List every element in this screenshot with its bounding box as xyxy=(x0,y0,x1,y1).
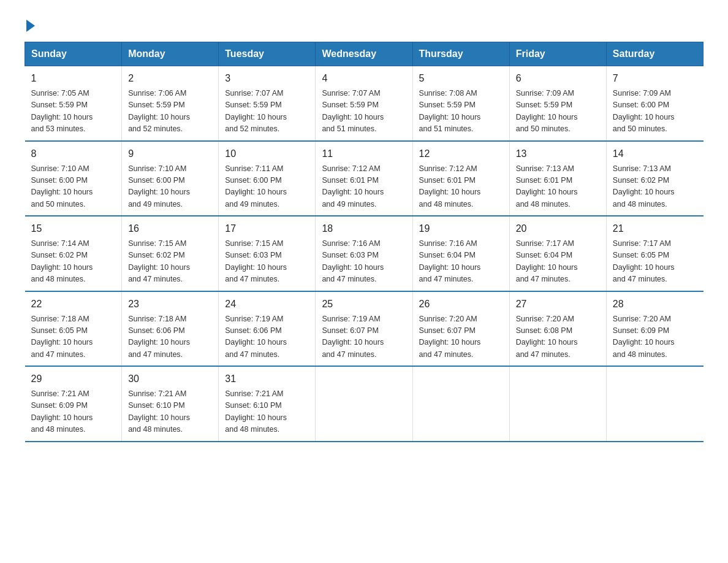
day-number: 16 xyxy=(128,221,212,236)
day-number: 28 xyxy=(613,297,697,312)
day-number: 5 xyxy=(419,71,503,86)
calendar-cell xyxy=(316,366,412,442)
logo-arrow-icon xyxy=(26,20,35,32)
day-number: 22 xyxy=(31,297,116,312)
day-number: 12 xyxy=(419,147,503,161)
page-header xyxy=(25,18,703,29)
calendar-table: SundayMondayTuesdayWednesdayThursdayFrid… xyxy=(25,42,703,442)
week-row-5: 29Sunrise: 7:21 AM Sunset: 6:09 PM Dayli… xyxy=(25,366,703,442)
weekday-header-monday: Monday xyxy=(122,42,219,66)
day-number: 26 xyxy=(419,297,503,312)
day-number: 2 xyxy=(128,71,212,86)
calendar-cell: 23Sunrise: 7:18 AM Sunset: 6:06 PM Dayli… xyxy=(122,291,219,367)
calendar-cell: 11Sunrise: 7:12 AM Sunset: 6:01 PM Dayli… xyxy=(316,141,412,216)
week-row-2: 8Sunrise: 7:10 AM Sunset: 6:00 PM Daylig… xyxy=(25,141,703,216)
weekday-header-sunday: Sunday xyxy=(25,42,122,66)
day-number: 14 xyxy=(613,147,697,161)
calendar-cell: 10Sunrise: 7:11 AM Sunset: 6:00 PM Dayli… xyxy=(219,141,316,216)
weekday-header-wednesday: Wednesday xyxy=(316,42,412,66)
calendar-cell xyxy=(412,366,509,442)
calendar-cell: 12Sunrise: 7:12 AM Sunset: 6:01 PM Dayli… xyxy=(412,141,509,216)
weekday-header-saturday: Saturday xyxy=(606,42,703,66)
weekday-header-thursday: Thursday xyxy=(412,42,509,66)
week-row-1: 1Sunrise: 7:05 AM Sunset: 5:59 PM Daylig… xyxy=(25,66,703,141)
calendar-cell: 19Sunrise: 7:16 AM Sunset: 6:04 PM Dayli… xyxy=(412,216,509,291)
calendar-cell xyxy=(509,366,606,442)
day-number: 15 xyxy=(31,221,116,236)
day-number: 31 xyxy=(225,372,309,386)
day-number: 18 xyxy=(322,221,406,236)
calendar-cell: 28Sunrise: 7:20 AM Sunset: 6:09 PM Dayli… xyxy=(606,291,703,367)
calendar-cell: 2Sunrise: 7:06 AM Sunset: 5:59 PM Daylig… xyxy=(122,66,219,141)
day-number: 1 xyxy=(31,71,116,86)
logo xyxy=(25,18,35,29)
day-number: 11 xyxy=(322,147,406,161)
calendar-cell: 17Sunrise: 7:15 AM Sunset: 6:03 PM Dayli… xyxy=(219,216,316,291)
calendar-cell: 1Sunrise: 7:05 AM Sunset: 5:59 PM Daylig… xyxy=(25,66,122,141)
day-info: Sunrise: 7:07 AM Sunset: 5:59 PM Dayligh… xyxy=(225,88,309,136)
day-number: 27 xyxy=(516,297,600,312)
calendar-cell: 9Sunrise: 7:10 AM Sunset: 6:00 PM Daylig… xyxy=(122,141,219,216)
day-info: Sunrise: 7:18 AM Sunset: 6:06 PM Dayligh… xyxy=(128,313,212,361)
day-info: Sunrise: 7:09 AM Sunset: 6:00 PM Dayligh… xyxy=(613,88,697,136)
day-info: Sunrise: 7:14 AM Sunset: 6:02 PM Dayligh… xyxy=(31,238,116,286)
day-info: Sunrise: 7:21 AM Sunset: 6:10 PM Dayligh… xyxy=(225,388,309,436)
calendar-cell xyxy=(606,366,703,442)
calendar-cell: 31Sunrise: 7:21 AM Sunset: 6:10 PM Dayli… xyxy=(219,366,316,442)
day-number: 30 xyxy=(128,372,212,386)
calendar-cell: 3Sunrise: 7:07 AM Sunset: 5:59 PM Daylig… xyxy=(219,66,316,141)
weekday-header-tuesday: Tuesday xyxy=(219,42,316,66)
day-info: Sunrise: 7:10 AM Sunset: 6:00 PM Dayligh… xyxy=(31,163,116,211)
calendar-cell: 26Sunrise: 7:20 AM Sunset: 6:07 PM Dayli… xyxy=(412,291,509,367)
calendar-cell: 22Sunrise: 7:18 AM Sunset: 6:05 PM Dayli… xyxy=(25,291,122,367)
day-info: Sunrise: 7:12 AM Sunset: 6:01 PM Dayligh… xyxy=(419,163,503,211)
calendar-cell: 18Sunrise: 7:16 AM Sunset: 6:03 PM Dayli… xyxy=(316,216,412,291)
calendar-cell: 27Sunrise: 7:20 AM Sunset: 6:08 PM Dayli… xyxy=(509,291,606,367)
day-number: 3 xyxy=(225,71,309,86)
calendar-cell: 14Sunrise: 7:13 AM Sunset: 6:02 PM Dayli… xyxy=(606,141,703,216)
calendar-cell: 7Sunrise: 7:09 AM Sunset: 6:00 PM Daylig… xyxy=(606,66,703,141)
day-number: 7 xyxy=(613,71,697,86)
weekday-header-row: SundayMondayTuesdayWednesdayThursdayFrid… xyxy=(25,42,703,66)
day-info: Sunrise: 7:20 AM Sunset: 6:08 PM Dayligh… xyxy=(516,313,600,361)
day-info: Sunrise: 7:16 AM Sunset: 6:04 PM Dayligh… xyxy=(419,238,503,286)
calendar-cell: 21Sunrise: 7:17 AM Sunset: 6:05 PM Dayli… xyxy=(606,216,703,291)
day-info: Sunrise: 7:10 AM Sunset: 6:00 PM Dayligh… xyxy=(128,163,212,211)
day-info: Sunrise: 7:21 AM Sunset: 6:09 PM Dayligh… xyxy=(31,388,116,436)
day-info: Sunrise: 7:06 AM Sunset: 5:59 PM Dayligh… xyxy=(128,88,212,136)
day-number: 19 xyxy=(419,221,503,236)
day-info: Sunrise: 7:12 AM Sunset: 6:01 PM Dayligh… xyxy=(322,163,406,211)
day-info: Sunrise: 7:09 AM Sunset: 5:59 PM Dayligh… xyxy=(516,88,600,136)
day-info: Sunrise: 7:15 AM Sunset: 6:02 PM Dayligh… xyxy=(128,238,212,286)
calendar-cell: 8Sunrise: 7:10 AM Sunset: 6:00 PM Daylig… xyxy=(25,141,122,216)
day-info: Sunrise: 7:21 AM Sunset: 6:10 PM Dayligh… xyxy=(128,388,212,436)
day-info: Sunrise: 7:16 AM Sunset: 6:03 PM Dayligh… xyxy=(322,238,406,286)
day-number: 29 xyxy=(31,372,116,386)
day-number: 17 xyxy=(225,221,309,236)
day-info: Sunrise: 7:20 AM Sunset: 6:09 PM Dayligh… xyxy=(613,313,697,361)
calendar-cell: 5Sunrise: 7:08 AM Sunset: 5:59 PM Daylig… xyxy=(412,66,509,141)
calendar-cell: 30Sunrise: 7:21 AM Sunset: 6:10 PM Dayli… xyxy=(122,366,219,442)
calendar-cell: 29Sunrise: 7:21 AM Sunset: 6:09 PM Dayli… xyxy=(25,366,122,442)
day-number: 4 xyxy=(322,71,406,86)
day-info: Sunrise: 7:11 AM Sunset: 6:00 PM Dayligh… xyxy=(225,163,309,211)
calendar-cell: 16Sunrise: 7:15 AM Sunset: 6:02 PM Dayli… xyxy=(122,216,219,291)
calendar-cell: 25Sunrise: 7:19 AM Sunset: 6:07 PM Dayli… xyxy=(316,291,412,367)
weekday-header-friday: Friday xyxy=(509,42,606,66)
calendar-cell: 4Sunrise: 7:07 AM Sunset: 5:59 PM Daylig… xyxy=(316,66,412,141)
calendar-cell: 6Sunrise: 7:09 AM Sunset: 5:59 PM Daylig… xyxy=(509,66,606,141)
day-number: 8 xyxy=(31,147,116,161)
day-number: 9 xyxy=(128,147,212,161)
day-info: Sunrise: 7:18 AM Sunset: 6:05 PM Dayligh… xyxy=(31,313,116,361)
week-row-4: 22Sunrise: 7:18 AM Sunset: 6:05 PM Dayli… xyxy=(25,291,703,367)
day-info: Sunrise: 7:13 AM Sunset: 6:02 PM Dayligh… xyxy=(613,163,697,211)
day-number: 23 xyxy=(128,297,212,312)
calendar-cell: 20Sunrise: 7:17 AM Sunset: 6:04 PM Dayli… xyxy=(509,216,606,291)
day-number: 10 xyxy=(225,147,309,161)
calendar-cell: 13Sunrise: 7:13 AM Sunset: 6:01 PM Dayli… xyxy=(509,141,606,216)
day-info: Sunrise: 7:17 AM Sunset: 6:04 PM Dayligh… xyxy=(516,238,600,286)
day-info: Sunrise: 7:05 AM Sunset: 5:59 PM Dayligh… xyxy=(31,88,116,136)
day-number: 25 xyxy=(322,297,406,312)
calendar-cell: 24Sunrise: 7:19 AM Sunset: 6:06 PM Dayli… xyxy=(219,291,316,367)
calendar-cell: 15Sunrise: 7:14 AM Sunset: 6:02 PM Dayli… xyxy=(25,216,122,291)
